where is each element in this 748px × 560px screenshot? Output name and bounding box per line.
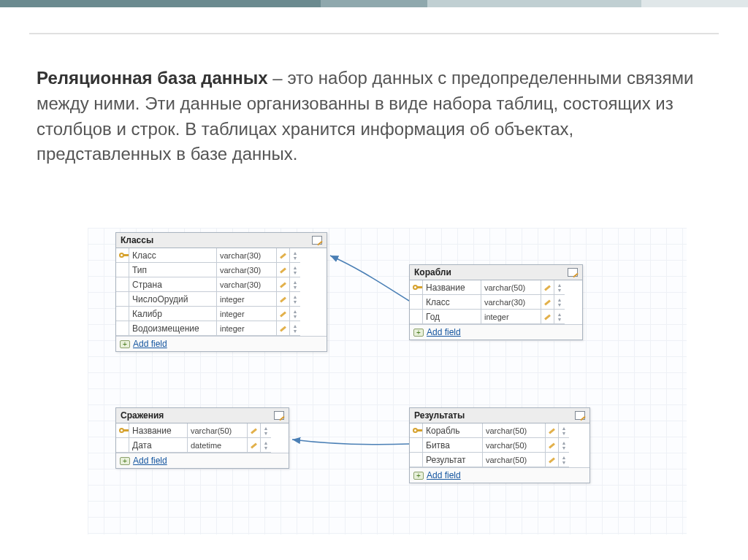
add-field-row[interactable]: Add field: [116, 336, 327, 351]
add-field-link[interactable]: Add field: [133, 456, 167, 466]
pencil-icon: [549, 456, 555, 464]
field-row[interactable]: Названиеvarchar(50): [116, 423, 289, 438]
reorder-cell[interactable]: [290, 292, 300, 307]
field-row[interactable]: Типvarchar(30): [116, 263, 327, 277]
move-up-icon: [562, 440, 567, 445]
edit-field-cell[interactable]: [277, 321, 290, 336]
field-type: varchar(30): [481, 295, 541, 310]
field-row[interactable]: Битваvarchar(50): [410, 438, 589, 453]
edit-table-icon[interactable]: [568, 268, 578, 277]
reorder-cell[interactable]: [554, 295, 565, 310]
term-bold: Реляционная база данных: [37, 68, 268, 88]
primary-key-icon: [119, 427, 126, 434]
add-field-icon[interactable]: [413, 329, 424, 337]
move-down-icon: [293, 329, 298, 334]
edit-field-cell[interactable]: [277, 263, 290, 277]
add-field-icon[interactable]: [120, 340, 130, 348]
edit-field-cell[interactable]: [541, 280, 554, 295]
move-down-icon: [557, 288, 562, 293]
table-rows: Названиеvarchar(50)Датаdatetime: [116, 423, 289, 453]
reorder-cell[interactable]: [290, 307, 300, 321]
field-row[interactable]: Классvarchar(30): [410, 295, 582, 310]
key-cell: [116, 321, 129, 336]
field-type: varchar(50): [483, 438, 546, 453]
edit-field-cell[interactable]: [248, 423, 261, 438]
reorder-cell[interactable]: [559, 423, 569, 438]
reorder-cell[interactable]: [554, 310, 565, 324]
reorder-cell[interactable]: [290, 263, 300, 277]
edit-field-cell[interactable]: [546, 453, 559, 467]
add-field-icon[interactable]: [120, 457, 130, 465]
table-rows: Корабльvarchar(50)Битваvarchar(50)Резуль…: [410, 423, 589, 467]
add-field-row[interactable]: Add field: [410, 467, 589, 483]
field-name: Битва: [423, 438, 483, 453]
add-field-icon[interactable]: [413, 472, 424, 480]
reorder-cell[interactable]: [559, 453, 569, 467]
reorder-cell[interactable]: [554, 280, 565, 295]
pencil-icon: [251, 442, 257, 449]
table-header[interactable]: Классы: [116, 233, 327, 248]
field-row[interactable]: Водоизмещениеinteger: [116, 321, 327, 336]
edit-field-cell[interactable]: [277, 307, 290, 321]
edit-field-cell[interactable]: [277, 292, 290, 307]
reorder-cell[interactable]: [261, 438, 271, 453]
field-row[interactable]: Корабльvarchar(50): [410, 423, 589, 438]
move-down-icon: [293, 299, 298, 304]
table-korabli[interactable]: Корабли Названиеvarchar(50)Классvarchar(…: [409, 264, 583, 340]
field-type: varchar(30): [217, 248, 277, 263]
edit-table-icon[interactable]: [312, 236, 322, 245]
reorder-cell[interactable]: [261, 423, 271, 438]
field-row[interactable]: Классvarchar(30): [116, 248, 327, 263]
field-row[interactable]: Калибрinteger: [116, 307, 327, 321]
add-field-link[interactable]: Add field: [427, 327, 461, 337]
field-row[interactable]: Годinteger: [410, 310, 582, 324]
edit-table-icon[interactable]: [274, 411, 284, 420]
field-type: varchar(50): [188, 423, 248, 438]
edit-field-cell[interactable]: [541, 310, 554, 324]
key-cell: [116, 292, 129, 307]
reorder-cell[interactable]: [290, 321, 300, 336]
move-up-icon: [562, 455, 567, 460]
add-field-row[interactable]: Add field: [410, 324, 582, 340]
table-srazheniya[interactable]: Сражения Названиеvarchar(50)Датаdatetime…: [115, 407, 289, 469]
edit-field-cell[interactable]: [277, 248, 290, 263]
field-type: integer: [217, 292, 277, 307]
edit-field-cell[interactable]: [546, 438, 559, 453]
edit-field-cell[interactable]: [546, 423, 559, 438]
table-klassy[interactable]: Классы Классvarchar(30)Типvarchar(30)Стр…: [115, 232, 327, 352]
reorder-cell[interactable]: [290, 277, 300, 292]
add-field-link[interactable]: Add field: [133, 339, 167, 349]
move-down-icon: [264, 431, 269, 436]
field-row[interactable]: Названиеvarchar(50): [410, 280, 582, 295]
field-name: Год: [423, 310, 481, 324]
edit-table-icon[interactable]: [575, 411, 585, 420]
table-header[interactable]: Результаты: [410, 408, 589, 423]
table-rezultaty[interactable]: Результаты Корабльvarchar(50)Битваvarcha…: [409, 407, 590, 483]
add-field-row[interactable]: Add field: [116, 453, 289, 468]
field-name: Дата: [129, 438, 188, 453]
field-name: Результат: [423, 453, 483, 467]
table-header[interactable]: Корабли: [410, 265, 582, 280]
divider: [29, 33, 719, 34]
edit-field-cell[interactable]: [277, 277, 290, 292]
field-row[interactable]: Датаdatetime: [116, 438, 289, 453]
field-row[interactable]: Странаvarchar(30): [116, 277, 327, 292]
key-cell: [116, 277, 129, 292]
field-name: Название: [129, 423, 188, 438]
move-up-icon: [293, 265, 298, 270]
field-row[interactable]: Результатvarchar(50): [410, 453, 589, 467]
key-cell: [410, 423, 423, 438]
pencil-icon: [544, 284, 551, 291]
reorder-cell[interactable]: [290, 248, 300, 263]
key-cell: [410, 438, 423, 453]
edit-field-cell[interactable]: [541, 295, 554, 310]
pencil-icon: [280, 281, 286, 288]
field-row[interactable]: ЧислоОрудийinteger: [116, 292, 327, 307]
table-rows: Названиеvarchar(50)Классvarchar(30)Годin…: [410, 280, 582, 324]
table-header[interactable]: Сражения: [116, 408, 289, 423]
reorder-cell[interactable]: [559, 438, 569, 453]
edit-field-cell[interactable]: [248, 438, 261, 453]
move-down-icon: [557, 302, 562, 307]
move-up-icon: [293, 280, 298, 285]
add-field-link[interactable]: Add field: [427, 470, 461, 480]
